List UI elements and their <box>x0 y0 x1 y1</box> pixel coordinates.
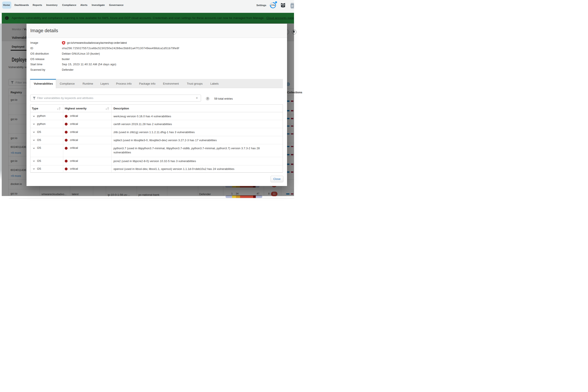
svg-text:AI: AI <box>291 4 293 7</box>
